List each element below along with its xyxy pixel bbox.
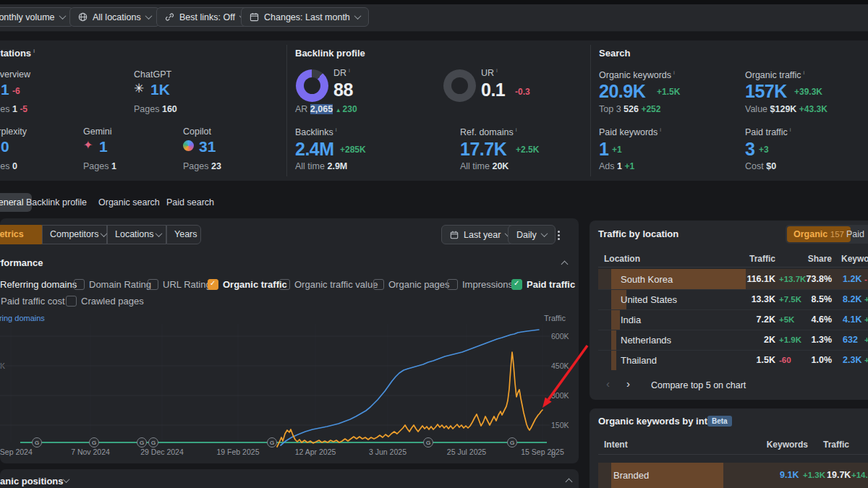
paid-traffic-value[interactable]: 3 (745, 139, 754, 160)
backlinks-value[interactable]: 2.4M (295, 139, 334, 160)
compare-top5-link[interactable]: Compare top 5 on chart (651, 380, 746, 390)
ref-domains-label: Ref. domains (460, 127, 516, 137)
filter-all-locations[interactable]: All locations (69, 7, 160, 27)
checkbox-organic-traffic-box[interactable] (208, 279, 218, 290)
col-intent[interactable]: Intent (604, 440, 628, 450)
chatgpt-label: ChatGPT (134, 69, 171, 80)
chevron-down-icon (145, 12, 152, 20)
location-header-divider (598, 267, 868, 267)
ai-overview-value[interactable]: 1 (1, 81, 9, 98)
dr-label: DR (333, 67, 350, 78)
col-share[interactable]: Share (796, 254, 832, 264)
organic-positions-title: Organic positions (0, 476, 64, 487)
y-axis-tick: 450K (551, 361, 569, 370)
chatgpt-pages: Pages 160 (134, 104, 177, 114)
col-intent-traffic[interactable]: Traffic (823, 440, 849, 450)
filter-changes-label: Changes: Last month (264, 12, 350, 22)
tab-paid[interactable]: Paid (846, 226, 864, 242)
granularity-selector[interactable]: Daily (508, 225, 556, 244)
pagination-prev[interactable]: ‹ (606, 377, 610, 390)
checkbox-url-rating[interactable]: URL Rating (163, 279, 211, 290)
tab-organic-search[interactable]: Organic search (90, 193, 169, 212)
checkbox-domain-rating-box[interactable] (74, 279, 85, 290)
checkbox-paid-traffic-box[interactable] (511, 279, 522, 290)
openai-icon: ✳ (134, 81, 144, 96)
filter-all-locations-label: All locations (93, 12, 141, 22)
segment-metrics[interactable]: Metrics (0, 225, 42, 244)
dr-value: 88 (333, 80, 353, 100)
checkbox-impressions-box[interactable] (447, 279, 458, 290)
calendar-icon (250, 12, 259, 22)
svg-text:G: G (270, 440, 274, 446)
paid-traffic-label: Paid traffic (745, 127, 791, 137)
checkbox-impressions[interactable]: Impressions (462, 279, 513, 290)
checkbox-organic-traffic-value-box[interactable] (279, 279, 290, 290)
organic-keywords-sub: Top 3 526 +252 (599, 104, 660, 114)
intent-row[interactable]: Branded 9.1K +1.3K 19.7K +14.2 (598, 463, 868, 488)
checkbox-domain-rating[interactable]: Domain Rating (89, 279, 151, 290)
copilot-value[interactable]: 31 (199, 138, 216, 155)
tab-organic[interactable]: Organic 157 (787, 226, 851, 242)
organic-keywords-value[interactable]: 20.9K (599, 81, 645, 102)
location-row[interactable]: United States 13.3K +7.5K 8.5% 8.2K + (598, 290, 868, 309)
perplexity-pages: Pages 0 (0, 161, 17, 171)
checkbox-crawled-pages-box[interactable] (66, 296, 77, 307)
svg-text:G: G (140, 440, 144, 446)
filter-monthly-volume[interactable]: Monthly volume (0, 7, 74, 27)
checkbox-organic-traffic-value[interactable]: Organic traffic value (294, 279, 378, 290)
ref-domains-value[interactable]: 17.7K (460, 139, 506, 160)
checkbox-organic-pages[interactable]: Organic pages (388, 279, 450, 290)
col-location[interactable]: Location (604, 254, 640, 264)
ar-value: 2,065 (310, 104, 333, 114)
copilot-pages: Pages 23 (183, 161, 221, 171)
globe-icon (78, 12, 88, 22)
ai-overview-pages: Pages 1 -5 (0, 104, 27, 114)
x-axis-tick: 12 Apr 2025 (295, 448, 336, 456)
chatgpt-value[interactable]: 1K (150, 81, 170, 98)
x-axis-tick: 25 Jul 2025 (447, 448, 486, 456)
segment-locations[interactable]: Locations (107, 225, 166, 244)
location-row[interactable]: South Korea 116.1K +13.7K 73.8% 1.2K - (598, 269, 868, 289)
paid-traffic-delta: +3 (759, 145, 769, 155)
checkbox-crawled-pages[interactable]: Crawled pages (81, 296, 144, 307)
intent-header-divider (598, 454, 868, 455)
checkbox-paid-traffic-cost[interactable]: Paid traffic cost (1, 296, 65, 307)
pagination-next[interactable]: › (626, 377, 630, 390)
col-keywords[interactable]: Keywords (841, 254, 868, 264)
more-options-button[interactable] (553, 229, 564, 241)
checkbox-organic-pages-box[interactable] (373, 279, 384, 290)
col-traffic[interactable]: Traffic (723, 254, 775, 264)
checkbox-paid-traffic[interactable]: Paid traffic (527, 279, 575, 290)
location-row[interactable]: India 7.2K +5K 4.6% 4.1K + (598, 310, 868, 330)
chevron-down-icon (354, 12, 361, 20)
keywords-by-intent-title: Organic keywords by intent (598, 416, 722, 427)
ur-label: UR (481, 67, 498, 78)
checkbox-organic-traffic[interactable]: Organic traffic (223, 279, 287, 290)
backlink-profile-title: Backlink profile (295, 48, 365, 59)
backlinks-label: Backlinks (295, 127, 337, 137)
segment-competitors[interactable]: Competitors (42, 225, 107, 244)
paid-keywords-value[interactable]: 1 (599, 139, 608, 160)
card-divider-2 (590, 45, 591, 176)
svg-text:G: G (151, 440, 156, 446)
filter-best-links[interactable]: Best links: Off (156, 7, 254, 27)
gemini-icon: ✦ (83, 138, 93, 152)
filter-changes[interactable]: Changes: Last month (241, 7, 369, 27)
tab-backlink-profile[interactable]: Backlink profile (17, 193, 95, 212)
paid-keywords-label: Paid keywords (599, 127, 661, 137)
location-row[interactable]: Netherlands 2K +1.9K 1.3% 632 + (598, 330, 868, 350)
gemini-value[interactable]: 1 (99, 138, 108, 155)
filter-monthly-volume-label: Monthly volume (0, 12, 55, 22)
location-row[interactable]: Thailand 1.5K -60 1.0% 2.3K + (598, 351, 868, 370)
checkbox-url-rating-box[interactable] (148, 279, 158, 290)
performance-chart[interactable]: GGGGGGG 600K450K300K150K018 Sep 20247 No… (0, 314, 579, 463)
tab-paid-search[interactable]: Paid search (158, 193, 223, 212)
organic-traffic-value[interactable]: 157K (745, 81, 787, 102)
checkbox-referring-domains[interactable]: Referring domains (0, 279, 77, 290)
segment-years[interactable]: Years (166, 225, 201, 244)
col-intent-keywords[interactable]: Keywords (756, 440, 808, 450)
organic-traffic-label: Organic traffic (745, 69, 804, 80)
perplexity-value[interactable]: 0 (1, 138, 9, 155)
search-title: Search (599, 48, 630, 59)
dr-donut (296, 69, 328, 102)
